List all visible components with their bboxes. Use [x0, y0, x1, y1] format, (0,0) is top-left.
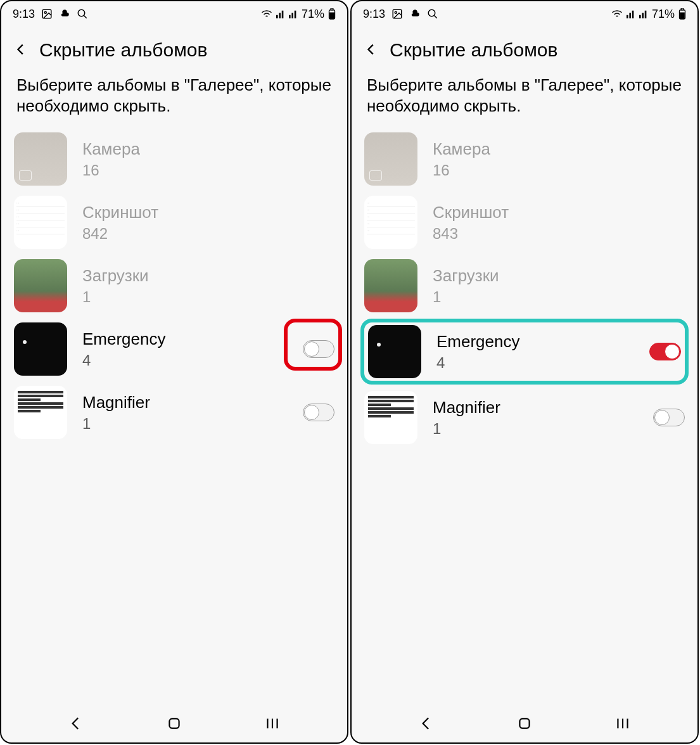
- nav-home-button[interactable]: [166, 715, 182, 732]
- svg-rect-25: [519, 718, 529, 728]
- album-name: Загрузки: [433, 266, 685, 286]
- annotation-highlight: [284, 319, 342, 371]
- svg-rect-17: [629, 13, 631, 18]
- back-button[interactable]: [14, 39, 28, 61]
- svg-rect-21: [645, 11, 647, 18]
- status-time: 9:13: [13, 8, 35, 21]
- page-header: Скрытие альбомов: [1, 27, 347, 70]
- album-count: 1: [433, 288, 685, 306]
- battery-icon: [678, 8, 686, 20]
- album-row-screenshot[interactable]: ··············· Скриншот 842: [14, 191, 334, 254]
- battery-percent: 71%: [652, 8, 675, 21]
- album-name: Скриншот: [82, 203, 334, 222]
- album-count: 4: [82, 352, 288, 369]
- page-title: Скрытие альбомов: [390, 39, 558, 61]
- page-description: Выберите альбомы в "Галерее", которые не…: [1, 70, 347, 127]
- album-row-screenshot[interactable]: ··············· Скриншот 843: [364, 191, 685, 254]
- album-count: 843: [433, 225, 685, 243]
- status-bar: 9:13 71%: [352, 1, 697, 27]
- album-thumbnail: ···············: [364, 196, 417, 249]
- svg-rect-6: [289, 15, 291, 18]
- phone-screenshot-left: 9:13 71% Скрытие альбомов Выберите альбо…: [0, 0, 348, 744]
- signal-icon-2: [289, 10, 298, 18]
- svg-point-14: [395, 11, 397, 13]
- album-row-camera[interactable]: Камера 16: [364, 127, 685, 191]
- nav-recents-button[interactable]: [264, 715, 281, 732]
- svg-rect-20: [642, 13, 644, 18]
- page-title: Скрытие альбомов: [39, 39, 208, 61]
- album-thumbnail: [364, 391, 417, 444]
- album-list: Камера 16 ··············· Скриншот 843 З…: [352, 127, 697, 449]
- svg-rect-23: [681, 8, 684, 10]
- page-description: Выберите альбомы в "Галерее", которые не…: [352, 70, 697, 127]
- album-thumbnail: [14, 322, 67, 376]
- battery-percent: 71%: [302, 8, 324, 21]
- picture-icon: [41, 8, 53, 20]
- wifi-icon: [611, 10, 623, 18]
- svg-point-1: [44, 11, 46, 13]
- album-count: 4: [436, 354, 634, 372]
- album-count: 1: [433, 420, 638, 438]
- back-button[interactable]: [364, 39, 378, 61]
- album-count: 1: [82, 288, 334, 306]
- weather-icon: [59, 8, 70, 20]
- album-name: Emergency: [436, 332, 634, 352]
- svg-rect-12: [169, 718, 179, 728]
- album-count: 16: [433, 162, 685, 179]
- album-row-downloads[interactable]: Загрузки 1: [14, 254, 334, 317]
- svg-rect-7: [291, 13, 293, 18]
- svg-rect-10: [331, 8, 333, 10]
- svg-point-15: [428, 10, 435, 16]
- svg-rect-19: [639, 15, 641, 18]
- status-bar: 9:13 71%: [1, 1, 347, 27]
- signal-icon: [627, 10, 635, 18]
- album-thumbnail: [364, 259, 417, 312]
- svg-rect-11: [330, 13, 334, 18]
- album-thumbnail: [368, 325, 421, 378]
- album-name: Magnifier: [82, 393, 288, 412]
- svg-rect-16: [627, 15, 628, 18]
- nav-back-button[interactable]: [418, 715, 435, 732]
- album-row-magnifier[interactable]: Magnifier 1: [14, 381, 334, 444]
- svg-point-2: [78, 10, 85, 16]
- album-thumbnail: [364, 132, 417, 186]
- hide-toggle[interactable]: [653, 409, 685, 426]
- svg-rect-3: [276, 15, 278, 18]
- album-count: 1: [82, 415, 288, 433]
- nav-bar: [1, 704, 347, 742]
- album-list: Камера 16 ··············· Скриншот 842 З…: [1, 127, 347, 444]
- album-name: Камера: [82, 139, 334, 159]
- svg-rect-24: [680, 13, 684, 18]
- picture-icon: [391, 8, 403, 20]
- album-name: Emergency: [82, 329, 288, 349]
- status-time: 9:13: [363, 8, 385, 21]
- svg-rect-8: [295, 11, 296, 18]
- album-count: 842: [82, 225, 334, 243]
- album-row-downloads[interactable]: Загрузки 1: [364, 254, 685, 317]
- album-row-camera[interactable]: Камера 16: [14, 127, 334, 191]
- nav-recents-button[interactable]: [614, 715, 631, 732]
- album-row-emergency[interactable]: Emergency 4: [14, 317, 334, 381]
- nav-home-button[interactable]: [516, 715, 533, 732]
- signal-icon-2: [639, 10, 648, 18]
- phone-screenshot-right: 9:13 71% Скрытие альбомов Выберите альбо…: [350, 0, 699, 744]
- weather-icon: [409, 8, 421, 20]
- album-name: Скриншот: [433, 203, 685, 222]
- album-name: Magnifier: [433, 398, 638, 417]
- album-thumbnail: [14, 386, 67, 439]
- album-row-magnifier[interactable]: Magnifier 1: [364, 386, 685, 449]
- search-icon: [427, 8, 438, 20]
- album-count: 16: [82, 162, 334, 179]
- search-icon: [77, 8, 88, 20]
- signal-icon: [276, 10, 285, 18]
- hide-toggle[interactable]: [303, 404, 334, 421]
- album-name: Загрузки: [82, 266, 334, 286]
- nav-back-button[interactable]: [68, 715, 84, 732]
- album-row-emergency[interactable]: Emergency 4: [368, 325, 681, 378]
- battery-icon: [328, 8, 336, 20]
- hide-toggle[interactable]: [649, 343, 681, 360]
- album-thumbnail: [14, 259, 67, 312]
- album-thumbnail: [14, 132, 67, 186]
- nav-bar: [352, 704, 697, 742]
- svg-rect-4: [279, 13, 281, 18]
